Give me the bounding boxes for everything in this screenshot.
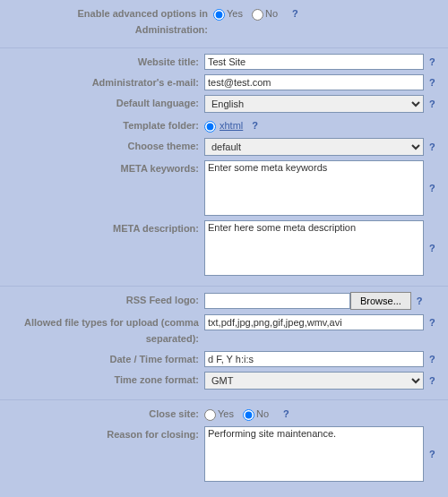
help-icon[interactable]: ? — [429, 373, 435, 389]
meta-keywords-textarea[interactable]: Enter some meta keywords — [204, 160, 424, 216]
date-time-input[interactable] — [204, 351, 424, 367]
help-icon[interactable]: ? — [429, 54, 435, 70]
advanced-label: Enable advanced options in Administratio… — [7, 5, 213, 38]
choose-theme-label: Choose theme: — [7, 138, 204, 154]
help-icon[interactable]: ? — [429, 139, 435, 155]
default-language-select[interactable]: English — [204, 95, 424, 113]
rss-logo-file-display — [204, 293, 350, 309]
advanced-no-label: No — [265, 8, 278, 19]
allowed-types-input[interactable] — [204, 314, 424, 330]
template-folder-radio[interactable] — [204, 121, 216, 133]
meta-keywords-label: META keywords: — [7, 160, 204, 176]
close-site-no-radio[interactable] — [243, 409, 254, 421]
admin-email-label: Administrator's e-mail: — [7, 74, 204, 90]
website-title-input[interactable] — [204, 54, 424, 70]
close-site-no-label: No — [256, 408, 269, 419]
meta-description-textarea[interactable]: Enter here some meta description — [204, 220, 424, 276]
help-icon[interactable]: ? — [429, 351, 435, 367]
template-folder-link[interactable]: xhtml — [220, 120, 243, 131]
help-icon[interactable]: ? — [429, 446, 435, 462]
help-icon[interactable]: ? — [429, 180, 435, 196]
allowed-types-label: Allowed file types for upload (comma sep… — [7, 314, 204, 347]
advanced-yes-radio[interactable] — [213, 9, 225, 21]
advanced-yes-label: Yes — [227, 8, 243, 19]
meta-description-label: META description: — [7, 220, 204, 236]
advanced-no-radio[interactable] — [252, 9, 263, 21]
help-icon[interactable]: ? — [283, 406, 289, 422]
help-icon[interactable]: ? — [417, 293, 423, 309]
help-icon[interactable]: ? — [429, 314, 435, 330]
admin-email-input[interactable] — [204, 74, 424, 90]
timezone-select[interactable]: GMT — [204, 372, 424, 390]
default-language-label: Default language: — [7, 95, 204, 111]
browse-button[interactable]: Browse... — [350, 292, 411, 310]
close-site-yes-radio[interactable] — [204, 409, 216, 421]
help-icon[interactable]: ? — [252, 117, 258, 133]
template-folder-label: Template folder: — [7, 117, 204, 133]
help-icon[interactable]: ? — [429, 74, 435, 90]
close-site-yes-label: Yes — [218, 408, 234, 419]
choose-theme-select[interactable]: default — [204, 138, 424, 156]
help-icon[interactable]: ? — [292, 5, 298, 21]
help-icon[interactable]: ? — [429, 96, 435, 112]
timezone-label: Time zone format: — [7, 372, 204, 388]
date-time-label: Date / Time format: — [7, 351, 204, 367]
close-site-label: Close site: — [7, 406, 204, 422]
rss-logo-label: RSS Feed logo: — [7, 292, 204, 308]
help-icon[interactable]: ? — [429, 240, 435, 256]
website-title-label: Website title: — [7, 54, 204, 70]
reason-label: Reason for closing: — [7, 426, 204, 442]
reason-textarea[interactable]: Performing site maintenance. — [204, 426, 424, 482]
